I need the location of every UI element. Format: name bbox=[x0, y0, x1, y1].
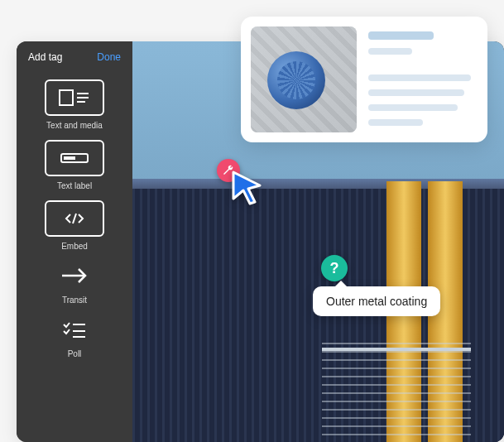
sidebar-item-text-media[interactable]: Text and media bbox=[30, 79, 119, 130]
embed-icon bbox=[45, 200, 104, 237]
sidebar-title: Add tag bbox=[28, 51, 62, 63]
sidebar-item-label: Embed bbox=[61, 242, 88, 251]
sidebar-item-label: Text label bbox=[57, 181, 92, 190]
preview-text-placeholder bbox=[368, 26, 478, 132]
transit-icon bbox=[45, 261, 104, 291]
svg-rect-5 bbox=[64, 156, 75, 160]
done-button[interactable]: Done bbox=[97, 51, 121, 63]
svg-rect-0 bbox=[60, 90, 73, 105]
motor-graphic bbox=[267, 51, 325, 109]
tooltip: Outer metal coating bbox=[313, 286, 440, 316]
svg-line-6 bbox=[73, 214, 76, 223]
sidebar-item-poll[interactable]: Poll bbox=[30, 315, 119, 358]
sidebar-item-text-label[interactable]: Text label bbox=[30, 140, 119, 190]
sidebar-item-label: Poll bbox=[68, 349, 82, 358]
poll-icon bbox=[45, 315, 104, 344]
sidebar-item-label: Text and media bbox=[46, 121, 103, 130]
text-label-icon bbox=[45, 140, 104, 176]
sidebar: Add tag Done Text and media Text label bbox=[17, 41, 132, 442]
question-marker[interactable]: ? bbox=[321, 255, 348, 281]
stairs-graphic bbox=[322, 343, 471, 442]
sidebar-item-label: Transit bbox=[62, 295, 87, 305]
preview-card[interactable] bbox=[241, 17, 487, 142]
sidebar-items: Text and media Text label Embed Transit bbox=[17, 73, 132, 442]
cursor-icon bbox=[230, 169, 265, 207]
sidebar-item-transit[interactable]: Transit bbox=[30, 261, 119, 305]
sidebar-header: Add tag Done bbox=[17, 41, 132, 73]
preview-thumbnail bbox=[251, 26, 357, 132]
text-media-icon bbox=[45, 79, 104, 116]
sidebar-item-embed[interactable]: Embed bbox=[30, 200, 119, 251]
question-icon: ? bbox=[330, 260, 339, 277]
tooltip-text: Outer metal coating bbox=[326, 295, 427, 308]
